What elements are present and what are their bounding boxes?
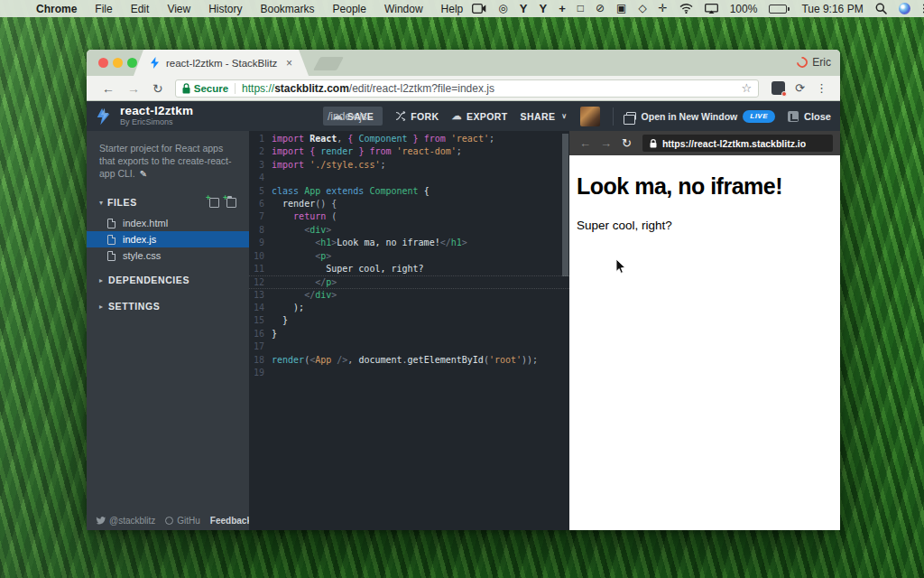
preview-url-field[interactable]: https://react-l2ztkm.stackblitz.io: [642, 135, 833, 152]
preview-back-button[interactable]: ←: [579, 136, 591, 150]
record-square-icon[interactable]: ▣: [616, 0, 626, 17]
address-bar[interactable]: Secure https://stackblitz.com/edit/react…: [175, 79, 759, 98]
files-section-header[interactable]: ▾ FILES + +: [87, 193, 249, 211]
files-tools: + +: [209, 198, 236, 208]
browser-profile[interactable]: Eric: [797, 56, 831, 69]
forward-button[interactable]: →: [127, 82, 140, 95]
code-line-13[interactable]: 13 </div>: [249, 289, 569, 302]
diamond-icon[interactable]: ◇: [638, 0, 646, 17]
siri-icon[interactable]: [899, 3, 910, 14]
twitter-link[interactable]: @stackblitz: [96, 516, 155, 526]
health-plus-icon[interactable]: +: [559, 0, 566, 17]
code-line-9[interactable]: 9 <h1>Look ma, no iframe!</h1>: [249, 237, 569, 249]
file-item-index.js[interactable]: index.js: [87, 231, 249, 247]
code-line-17[interactable]: 17: [249, 340, 569, 353]
new-folder-icon[interactable]: +: [226, 198, 236, 208]
fork-y-icon[interactable]: Y: [520, 0, 528, 17]
dependencies-section[interactable]: ▸ DEPENDENCIES: [87, 270, 249, 290]
wifi-icon[interactable]: [679, 4, 693, 14]
status-area: ◎YY+□⊘▣◇✛ 100% Tue 9:16 PM: [472, 0, 924, 17]
menu-chrome[interactable]: Chrome: [36, 3, 77, 15]
reload-button[interactable]: ↻: [152, 82, 163, 95]
line-content: return (: [272, 210, 337, 223]
stackblitz-logo[interactable]: [94, 107, 114, 126]
tab-close-icon[interactable]: ×: [286, 57, 292, 70]
code-line-10[interactable]: 10 <p>: [249, 250, 569, 263]
file-item-style.css[interactable]: style.css: [87, 247, 249, 264]
chrome-menu-icon[interactable]: ⋮: [816, 81, 827, 95]
new-tab-button[interactable]: [313, 57, 344, 70]
new-file-icon[interactable]: +: [209, 198, 219, 208]
code-line-11[interactable]: 11 Super cool, right?: [249, 263, 569, 275]
swirl-icon[interactable]: ◎: [498, 0, 507, 17]
menu-view[interactable]: View: [167, 3, 190, 15]
menu-clock[interactable]: Tue 9:16 PM: [801, 3, 863, 15]
menu-history[interactable]: History: [208, 3, 242, 15]
project-author[interactable]: By EricSimons: [120, 118, 193, 127]
sync-extension-icon[interactable]: ⟳: [795, 81, 805, 95]
menu-help[interactable]: Help: [441, 3, 464, 15]
code-line-7[interactable]: 7 return (: [249, 210, 569, 223]
code-lines: 1import React, { Component } from 'react…: [249, 133, 569, 379]
github-link[interactable]: GitHu: [165, 516, 200, 526]
project-description-text: Starter project for React apps that expo…: [99, 143, 232, 179]
close-preview-button[interactable]: Close: [788, 111, 831, 122]
airplay-display-icon[interactable]: [705, 4, 718, 14]
export-button[interactable]: ☁ EXPORT: [452, 110, 508, 122]
code-line-14[interactable]: 14 );: [249, 302, 569, 314]
settings-section[interactable]: ▸ SETTINGS: [87, 296, 249, 316]
menu-window[interactable]: Window: [384, 3, 423, 15]
line-number: 2: [249, 145, 264, 158]
code-line-8[interactable]: 8 <div>: [249, 224, 569, 237]
menu-bookmarks[interactable]: Bookmarks: [261, 3, 315, 15]
line-number: 6: [249, 198, 264, 210]
battery-icon: [769, 5, 790, 14]
code-line-16[interactable]: 16}: [249, 328, 569, 340]
spotlight-search-icon[interactable]: [875, 3, 887, 14]
back-button[interactable]: ←: [102, 82, 115, 95]
file-item-index.html[interactable]: index.html: [87, 215, 249, 231]
video-call-icon[interactable]: [472, 4, 486, 14]
code-line-5[interactable]: 5class App extends Component {: [249, 185, 569, 198]
code-editor[interactable]: 1import React, { Component } from 'react…: [249, 131, 569, 530]
export-label: EXPORT: [467, 111, 508, 122]
fork-button[interactable]: FORK: [395, 111, 439, 122]
code-line-3[interactable]: 3import './style.css';: [249, 159, 569, 172]
bookmark-star-icon[interactable]: ☆: [741, 81, 752, 95]
do-not-disturb-icon[interactable]: ⊘: [596, 0, 605, 17]
window-zoom-button[interactable]: [127, 58, 137, 68]
line-number: 4: [249, 172, 264, 184]
file-icon: [107, 251, 116, 261]
preview-forward-button[interactable]: →: [600, 136, 612, 150]
code-line-2[interactable]: 2import { render } from 'react-dom';: [249, 145, 569, 158]
menu-people[interactable]: People: [333, 3, 366, 15]
window-minimize-button[interactable]: [113, 58, 123, 68]
file-icon: [107, 219, 116, 228]
line-number: 19: [249, 367, 264, 379]
square-icon[interactable]: □: [578, 0, 584, 17]
window-close-button[interactable]: [98, 58, 108, 68]
user-avatar[interactable]: [580, 107, 600, 126]
fork-y-icon-2[interactable]: Y: [539, 0, 547, 17]
code-line-15[interactable]: 15 }: [249, 314, 569, 327]
extension-icon[interactable]: [772, 81, 785, 95]
crosshair-icon[interactable]: ✛: [659, 0, 668, 17]
menu-edit[interactable]: Edit: [131, 3, 150, 15]
preview-reload-button[interactable]: ↻: [622, 136, 632, 150]
code-line-19[interactable]: 19: [249, 367, 569, 379]
code-line-18[interactable]: 18render(<App />, document.getElementByI…: [249, 354, 569, 367]
code-line-1[interactable]: 1import React, { Component } from 'react…: [249, 133, 569, 145]
line-content: class App extends Component {: [272, 185, 430, 198]
code-line-6[interactable]: 6 render() {: [249, 198, 569, 210]
share-button[interactable]: SHARE ∨: [521, 111, 568, 122]
browser-tab[interactable]: react-l2ztkm - StackBlitz ×: [134, 50, 309, 76]
preview-navbar: ← → ↻ https://react-l2ztkm.stackblitz.io: [569, 131, 840, 155]
open-in-new-window-button[interactable]: Open in New Window LIVE: [626, 110, 775, 123]
edit-description-icon[interactable]: ✎: [140, 169, 147, 179]
editor-scrollbar[interactable]: [562, 134, 568, 276]
menu-file[interactable]: File: [95, 3, 112, 15]
code-line-12[interactable]: 12 </p>: [249, 275, 569, 288]
code-line-4[interactable]: 4: [249, 172, 569, 184]
extension-badge: [781, 91, 787, 97]
line-number: 14: [249, 302, 264, 314]
